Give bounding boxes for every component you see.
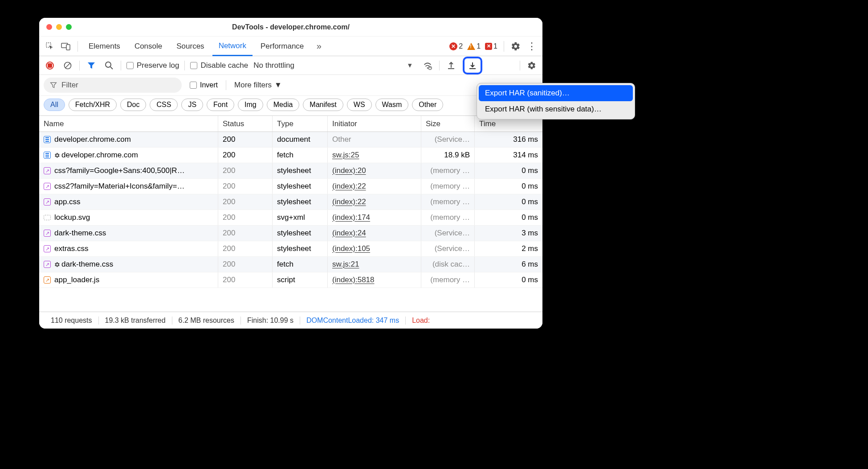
request-initiator[interactable]: (index):174 — [328, 210, 421, 225]
throttling-select[interactable]: No throttling — [253, 61, 294, 70]
errors-badge[interactable]: ✕2 — [449, 42, 463, 50]
kebab-menu-icon[interactable]: ⋮ — [525, 39, 539, 53]
invert-checkbox[interactable]: Invert — [190, 81, 218, 89]
table-row[interactable]: app_loader.js200script(index):5818(memor… — [39, 272, 542, 288]
table-row[interactable]: css2?family=Material+Icons&family=…200st… — [39, 179, 542, 194]
tab-elements[interactable]: Elements — [82, 37, 126, 56]
network-settings-icon[interactable] — [526, 59, 538, 72]
export-har-icon[interactable] — [466, 59, 479, 72]
device-toggle-icon[interactable] — [59, 39, 73, 53]
svg-point-7 — [427, 67, 428, 69]
resource-type-chips: AllFetch/XHRDocCSSJSFontImgMediaManifest… — [39, 96, 542, 116]
request-time: 6 ms — [475, 257, 542, 272]
table-row[interactable]: dark-theme.css200fetchsw.js:21(disk cac…… — [39, 257, 542, 272]
preserve-log-checkbox[interactable]: Preserve log — [126, 61, 179, 70]
request-initiator[interactable]: (index):24 — [328, 226, 421, 241]
file-img-icon — [44, 215, 51, 220]
request-name: dark-theme.css — [54, 229, 106, 238]
table-row[interactable]: extras.css200stylesheet(index):105(Servi… — [39, 241, 542, 257]
table-row[interactable]: css?family=Google+Sans:400,500|R…200styl… — [39, 163, 542, 179]
request-initiator[interactable]: (index):20 — [328, 163, 421, 178]
search-icon[interactable] — [103, 59, 115, 72]
maximize-window-button[interactable] — [66, 24, 72, 30]
chip-js[interactable]: JS — [181, 99, 203, 111]
export-har-menu: Export HAR (sanitized)… Export HAR (with… — [477, 83, 635, 119]
tab-sources[interactable]: Sources — [170, 37, 210, 56]
chip-doc[interactable]: Doc — [120, 99, 146, 111]
col-status[interactable]: Status — [218, 116, 273, 132]
tab-performance[interactable]: Performance — [254, 37, 310, 56]
minimize-window-button[interactable] — [56, 24, 62, 30]
devtools-window: DevTools - developer.chrome.com/ Element… — [39, 18, 542, 329]
request-size: (memory … — [421, 163, 475, 178]
table-row[interactable]: developer.chrome.com200documentOther(Ser… — [39, 132, 542, 148]
col-size[interactable]: Size — [421, 116, 475, 132]
chip-ws[interactable]: WS — [347, 99, 372, 111]
network-conditions-icon[interactable] — [421, 59, 434, 72]
more-tabs-icon[interactable]: » — [312, 39, 326, 53]
table-row[interactable]: developer.chrome.com200fetchsw.js:2518.9… — [39, 148, 542, 163]
disable-cache-label: Disable cache — [200, 61, 248, 70]
request-initiator[interactable]: (index):22 — [328, 194, 421, 210]
col-initiator[interactable]: Initiator — [328, 116, 421, 132]
close-window-button[interactable] — [46, 24, 52, 30]
filter-input[interactable]: Filter — [44, 78, 182, 93]
request-initiator[interactable]: sw.js:21 — [328, 257, 421, 272]
chip-fetchxhr[interactable]: Fetch/XHR — [69, 99, 117, 111]
request-time: 0 ms — [475, 163, 542, 178]
chip-manifest[interactable]: Manifest — [303, 99, 343, 111]
chip-media[interactable]: Media — [267, 99, 300, 111]
chip-img[interactable]: Img — [238, 99, 263, 111]
request-initiator[interactable]: sw.js:25 — [328, 148, 421, 163]
errors-count: 2 — [459, 42, 463, 50]
request-status: 200 — [218, 163, 273, 178]
file-doc-icon — [44, 152, 51, 159]
request-initiator[interactable]: (index):5818 — [328, 272, 421, 288]
col-type[interactable]: Type — [273, 116, 328, 132]
request-time: 316 ms — [475, 132, 542, 147]
chip-all[interactable]: All — [44, 99, 65, 111]
request-name: css?family=Google+Sans:400,500|R… — [54, 166, 185, 175]
request-size: 18.9 kB — [421, 148, 475, 163]
chip-other[interactable]: Other — [412, 99, 443, 111]
warnings-badge[interactable]: 1 — [467, 42, 481, 50]
settings-icon[interactable] — [509, 39, 523, 53]
request-name: app.css — [54, 197, 81, 206]
chip-font[interactable]: Font — [207, 99, 234, 111]
request-status: 200 — [218, 257, 273, 272]
request-type: document — [273, 132, 328, 147]
throttling-dropdown-icon[interactable]: ▾ — [403, 59, 416, 72]
table-row[interactable]: dark-theme.css200stylesheet(index):24(Se… — [39, 226, 542, 241]
request-time: 2 ms — [475, 241, 542, 256]
request-type: script — [273, 272, 328, 288]
chip-wasm[interactable]: Wasm — [375, 99, 409, 111]
tab-console[interactable]: Console — [128, 37, 168, 56]
request-status: 200 — [218, 272, 273, 288]
tab-network[interactable]: Network — [212, 37, 253, 56]
more-filters-dropdown[interactable]: More filters ▼ — [234, 81, 282, 90]
request-status: 200 — [218, 226, 273, 241]
table-row[interactable]: app.css200stylesheet(index):22(memory …0… — [39, 194, 542, 210]
export-har-sanitized[interactable]: Export HAR (sanitized)… — [479, 85, 633, 101]
request-status: 200 — [218, 241, 273, 256]
issues-count: 1 — [493, 42, 497, 50]
request-type: fetch — [273, 148, 328, 163]
record-button[interactable] — [44, 59, 56, 72]
issues-badge[interactable]: ✕1 — [485, 42, 497, 50]
inspect-icon[interactable] — [43, 39, 57, 53]
table-row[interactable]: lockup.svg200svg+xml(index):174(memory …… — [39, 210, 542, 226]
status-load: Load: — [406, 317, 436, 325]
chip-css[interactable]: CSS — [150, 99, 178, 111]
request-initiator[interactable]: (index):105 — [328, 241, 421, 256]
clear-button[interactable] — [61, 59, 74, 72]
request-name: developer.chrome.com — [61, 151, 138, 160]
col-name[interactable]: Name — [39, 116, 218, 132]
status-bar: 110 requests 19.3 kB transferred 6.2 MB … — [39, 312, 542, 329]
import-har-icon[interactable] — [445, 59, 457, 72]
disable-cache-checkbox[interactable]: Disable cache — [190, 61, 248, 70]
filter-toggle-icon[interactable] — [85, 59, 98, 72]
table-header: Name Status Type Initiator Size Time — [39, 116, 542, 132]
request-initiator[interactable]: (index):22 — [328, 179, 421, 194]
status-resources: 6.2 MB resources — [172, 317, 241, 325]
export-har-sensitive[interactable]: Export HAR (with sensitive data)… — [479, 101, 633, 117]
